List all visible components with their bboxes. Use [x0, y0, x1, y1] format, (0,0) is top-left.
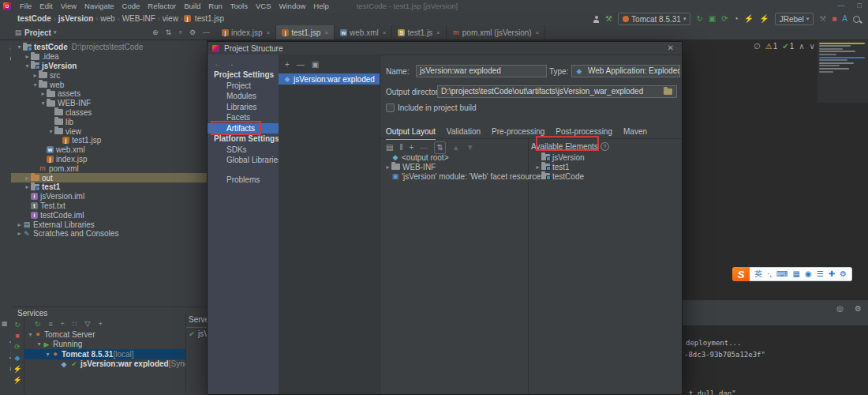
editor-tab[interactable]: Stest1.js×	[392, 25, 446, 40]
project-panel-title[interactable]: Project	[24, 28, 51, 37]
build-hammer-icon[interactable]: ⚒	[605, 13, 612, 24]
minimize-button[interactable]: —	[838, 0, 845, 11]
copy-artifact-icon[interactable]: ▣	[312, 59, 319, 70]
tab-close-icon[interactable]: ×	[266, 29, 270, 36]
restart-icon[interactable]: ⟳	[14, 343, 21, 351]
tree-row[interactable]: ▸assets	[11, 89, 207, 99]
console-output[interactable]: deployment... -8dc3-93b705a12e3f" t dull…	[683, 325, 868, 395]
dialog-sidebar-item-modules[interactable]: Modules	[208, 91, 279, 102]
tree-row[interactable]: ▾jsVersion	[11, 62, 207, 71]
tree-arrow-icon[interactable]: ▸	[24, 183, 31, 190]
breadcrumb-item[interactable]: WEB-INF	[122, 14, 155, 23]
code-minimap[interactable]	[817, 40, 868, 103]
punctuation-icon[interactable]: ·,	[767, 268, 772, 280]
services-tree-row[interactable]: ▾▶Running	[24, 340, 186, 350]
back-icon[interactable]: ←	[214, 59, 226, 68]
debug-icon[interactable]: ◆	[15, 354, 21, 362]
close-icon[interactable]: ✕	[668, 43, 674, 52]
tree-arrow-icon[interactable]: ▾	[16, 43, 23, 51]
tree-arrow-icon[interactable]: ▸	[24, 175, 31, 182]
editor-tab[interactable]: mpom.xml (jsVersion)×	[447, 25, 545, 40]
output-tree-row[interactable]: ▸WEB-INF	[384, 162, 526, 171]
tree-row[interactable]: ijsVersion.iml	[11, 192, 207, 201]
bookmarks-stripe-icon[interactable]: ▦	[2, 320, 8, 327]
output-directory-input[interactable]: D:\projects\testCode\out\artifacts\jsVer…	[437, 85, 677, 98]
services-tree-row[interactable]: ▾●Tomcat 8.5.31 [local]	[24, 349, 186, 359]
menu-tools[interactable]: Tools	[230, 2, 248, 10]
toolbox-icon[interactable]: ✚	[829, 268, 835, 280]
breadcrumb-item[interactable]: view	[163, 14, 178, 23]
editor-tab[interactable]: wweb.xml×	[335, 25, 392, 40]
maximize-button[interactable]: □	[858, 0, 862, 11]
tree-row[interactable]: lib	[11, 117, 207, 126]
tree-arrow-icon[interactable]: ▸	[534, 173, 541, 180]
tree-row[interactable]: ▾web	[11, 80, 207, 89]
add-service-icon[interactable]: +	[98, 318, 102, 329]
stop-icon[interactable]: ■	[15, 332, 19, 340]
available-tree-row[interactable]: ▸test1	[534, 162, 680, 171]
settings-gear-icon[interactable]: ⚙	[189, 27, 196, 38]
expand-all-icon[interactable]: ≡	[49, 318, 53, 329]
menu-file[interactable]: File	[20, 2, 32, 10]
menu-help[interactable]: Help	[313, 2, 329, 10]
hide-panel-icon[interactable]: —	[203, 27, 210, 38]
translate-icon[interactable]: A	[842, 13, 847, 24]
tree-arrow-icon[interactable]: ▸	[16, 221, 23, 228]
tree-row[interactable]: ▸out	[11, 173, 207, 182]
voice-input-icon[interactable]: ⌨	[776, 268, 788, 280]
add-element-icon[interactable]: +	[410, 142, 414, 153]
hide-divider-icon[interactable]: ÷	[178, 27, 182, 38]
add-copy-icon[interactable]: ▤	[386, 142, 393, 153]
output-tree-row[interactable]: ◆<output root>	[384, 152, 526, 162]
chevron-down-icon[interactable]: ▾	[54, 29, 57, 36]
breadcrumb-item[interactable]: web	[100, 14, 114, 23]
handwriting-icon[interactable]: ▦	[793, 268, 800, 280]
menu-run[interactable]: Run	[208, 2, 222, 10]
menu-refactor[interactable]: Refactor	[148, 2, 176, 10]
tree-row[interactable]: ▸src	[11, 70, 207, 80]
collapse-all-icon[interactable]: ⇅	[165, 27, 171, 38]
help-target-icon[interactable]: ◎	[836, 303, 844, 314]
tab-close-icon[interactable]: ×	[324, 29, 328, 36]
inspections-off-icon[interactable]: ∅	[754, 42, 761, 51]
tree-arrow-icon[interactable]: ▾	[32, 81, 39, 88]
tree-arrow-icon[interactable]: ▾	[44, 351, 51, 358]
prev-problem-icon[interactable]: ∧	[799, 42, 804, 51]
next-problem-icon[interactable]: ∨	[810, 42, 815, 51]
filter-icon[interactable]: ▽	[85, 318, 91, 329]
deployment-item[interactable]: ✔ jsVe	[186, 329, 207, 338]
run-config-select[interactable]: Tomcat 8.5.31▾	[618, 13, 690, 25]
tree-row[interactable]: ▸test1	[11, 182, 207, 192]
tree-row[interactable]: jindex.jsp	[11, 155, 207, 164]
lang-english-icon[interactable]: 英	[754, 268, 762, 280]
type-select[interactable]: ◆ Web Application: Exploded ▾	[571, 65, 680, 77]
locate-file-icon[interactable]: ⊕	[152, 27, 159, 38]
user-icon[interactable]	[593, 16, 600, 23]
show-content-icon[interactable]: ‖	[399, 142, 402, 153]
services-tree-row[interactable]: ◆✔jsVersion:war exploded [Synchronized]	[24, 359, 186, 370]
restart-icon[interactable]: ⟳	[721, 13, 728, 24]
settings-gear-icon[interactable]: ⚙	[855, 303, 862, 314]
emoji-icon[interactable]: ☰	[817, 268, 824, 280]
dialog-sidebar-item-global-libraries[interactable]: Global Libraries	[208, 155, 279, 166]
editor-tab[interactable]: jindex.jsp×	[216, 25, 276, 40]
ok-indicator[interactable]: ✔1	[782, 42, 794, 51]
move-down-icon[interactable]: ▼	[466, 142, 474, 153]
jrebel-debug-icon[interactable]: ⚡	[13, 376, 21, 384]
tree-arrow-icon[interactable]: ▾	[24, 62, 31, 70]
tab-close-icon[interactable]: ×	[383, 29, 387, 36]
breadcrumb-item[interactable]: test1.jsp	[195, 14, 224, 23]
help-icon[interactable]: ?	[600, 142, 609, 151]
output-tree-row[interactable]: ▣'jsVersion' module: 'Web' facet resourc…	[384, 171, 526, 181]
menu-view[interactable]: View	[61, 2, 77, 10]
include-in-build-checkbox[interactable]	[386, 103, 395, 112]
start-icon[interactable]: ↻	[14, 321, 21, 329]
tree-arrow-icon[interactable]: ▸	[39, 90, 47, 97]
tree-arrow-icon[interactable]: ▾	[47, 128, 54, 135]
breadcrumb-item[interactable]: jsVersion	[58, 14, 93, 23]
dialog-sidebar-item-libraries[interactable]: Libraries	[208, 102, 279, 113]
jrebel-run-icon[interactable]: ⚡	[13, 365, 21, 373]
menu-edit[interactable]: Edit	[39, 2, 52, 10]
tab-close-icon[interactable]: ×	[436, 29, 440, 36]
tree-row[interactable]: jtest1.jsp	[11, 136, 207, 145]
